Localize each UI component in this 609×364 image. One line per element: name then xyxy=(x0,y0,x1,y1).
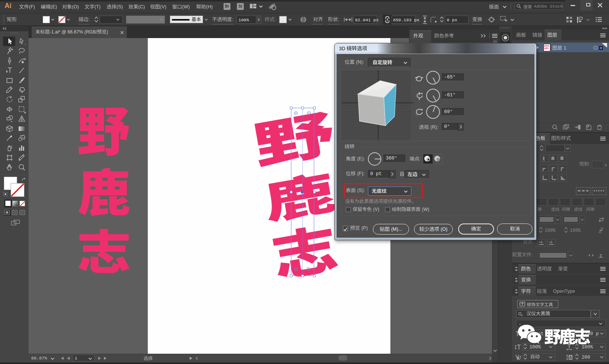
svg-text:(V): (V) xyxy=(373,207,379,212)
svg-text::: : xyxy=(232,17,233,22)
svg-text::: : xyxy=(275,17,276,22)
svg-text:(H): (H) xyxy=(206,4,213,10)
svg-text:1: 1 xyxy=(564,45,566,51)
svg-text:(E):: (E): xyxy=(357,156,365,161)
svg-text:OpenType: OpenType xyxy=(553,289,575,294)
svg-text:3D: 3D xyxy=(339,46,345,51)
svg-text::: : xyxy=(589,161,590,167)
svg-text::: : xyxy=(419,156,420,161)
svg-text::: : xyxy=(88,17,90,22)
svg-text:(S): (S) xyxy=(117,4,123,10)
svg-text:(O): (O) xyxy=(72,4,79,10)
svg-text:(R):: (R): xyxy=(430,125,438,130)
svg-text:(F): (F) xyxy=(29,4,35,10)
svg-text:(W): (W) xyxy=(182,4,190,10)
svg-text:-1.ai* @ 66.67% (RGB/: -1.ai* @ 66.67% (RGB/ xyxy=(50,29,98,35)
svg-text:): ) xyxy=(107,29,108,35)
svg-text:(V): (V) xyxy=(160,4,166,10)
svg-text:(M)...: (M)... xyxy=(391,227,402,232)
svg-text:(T): (T) xyxy=(94,4,101,10)
svg-text:(W): (W) xyxy=(422,207,429,212)
svg-text:(N):: (N): xyxy=(356,59,364,65)
svg-text:(C): (C) xyxy=(138,4,145,10)
svg-text:(E): (E) xyxy=(51,4,57,10)
svg-text:(F):: (F): xyxy=(357,171,364,176)
svg-text::: : xyxy=(531,252,532,257)
svg-text:(P): (P) xyxy=(361,225,368,231)
svg-text::: : xyxy=(338,17,339,22)
svg-text:(O): (O) xyxy=(441,227,448,232)
